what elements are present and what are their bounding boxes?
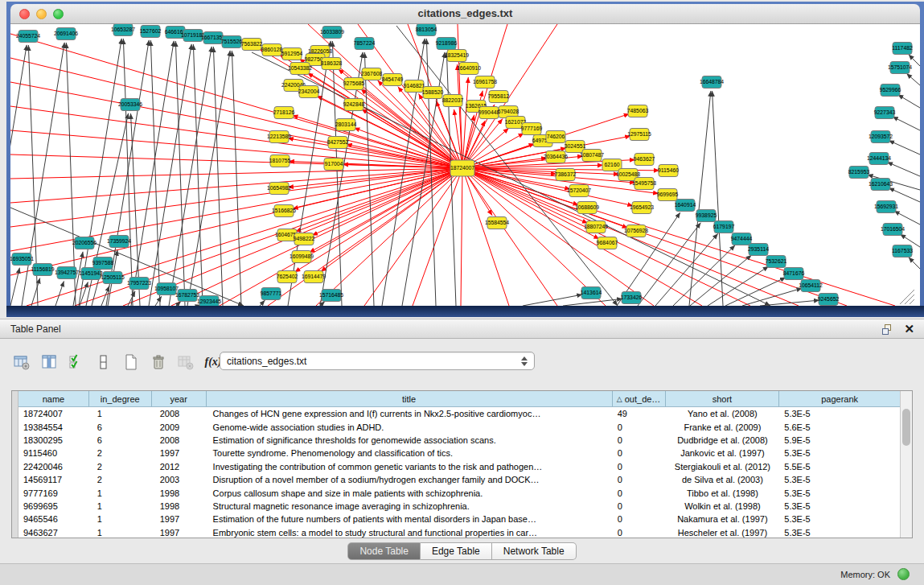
graph-node[interactable]: 10543382: [288, 63, 312, 75]
graph-edge[interactable]: [906, 73, 920, 85]
graph-edge[interactable]: [232, 51, 241, 306]
graph-node[interactable]: 20364436: [544, 151, 568, 163]
graph-node[interactable]: 917004: [324, 159, 343, 171]
table-row[interactable]: 977716911998Corpus callosum shape and si…: [18, 486, 900, 499]
graph-edge[interactable]: [893, 117, 920, 130]
graph-node[interactable]: 1588520: [422, 87, 444, 99]
graph-edge[interactable]: [317, 96, 462, 168]
graph-node[interactable]: 15584554: [485, 217, 509, 229]
graph-node[interactable]: 8186328: [321, 58, 343, 70]
new-column-icon[interactable]: [121, 352, 142, 373]
network-window-titlebar[interactable]: citations_edges.txt: [10, 4, 920, 24]
delete-column-icon[interactable]: [148, 352, 169, 373]
graph-edge[interactable]: [193, 44, 203, 306]
graph-node[interactable]: 9275685: [343, 78, 365, 90]
graph-edge[interactable]: [55, 281, 64, 306]
graph-node[interactable]: 9242848: [343, 99, 365, 111]
graph-node[interactable]: 10688609: [575, 202, 599, 214]
graph-node[interactable]: 7485063: [627, 105, 649, 117]
graph-node[interactable]: 18325419: [445, 50, 469, 62]
graph-edge[interactable]: [175, 41, 185, 306]
graph-edge[interactable]: [252, 52, 770, 306]
graph-edge[interactable]: [689, 91, 711, 306]
show-column-icon[interactable]: [39, 352, 60, 373]
graph-node[interactable]: 11156819: [31, 264, 54, 276]
graph-node[interactable]: 18807249: [584, 221, 608, 233]
graph-node[interactable]: 20053346: [118, 99, 142, 111]
graph-node[interactable]: 9463627: [634, 154, 655, 166]
graph-node[interactable]: 10653287: [111, 24, 135, 36]
graph-node[interactable]: 10654982: [267, 183, 291, 195]
table-selector-dropdown[interactable]: citations_edges.txt: [220, 352, 535, 370]
graph-edge[interactable]: [673, 245, 735, 306]
graph-node[interactable]: 1413614: [581, 287, 602, 299]
graph-edge[interactable]: [887, 162, 920, 176]
graph-node[interactable]: 16914479: [302, 271, 326, 283]
graph-node[interactable]: 6179197: [713, 221, 735, 233]
graph-edge[interactable]: [169, 47, 211, 306]
graph-node[interactable]: 15692931: [874, 201, 898, 213]
graph-node[interactable]: 1117482: [892, 43, 913, 55]
graph-node[interactable]: 9115460: [658, 165, 679, 177]
graph-edge[interactable]: [760, 300, 819, 306]
select-all-icon[interactable]: [66, 352, 87, 373]
graph-node[interactable]: 9938925: [696, 210, 717, 222]
column-header-out_degree[interactable]: △out_de…: [613, 391, 666, 406]
graph-node[interactable]: 10807487: [580, 150, 604, 162]
network-canvas[interactable]: 1872400724055724206914061065328715276026…: [10, 24, 920, 306]
graph-node[interactable]: 2342004: [298, 86, 320, 98]
graph-edge[interactable]: [10, 45, 27, 306]
graph-node[interactable]: 16033809: [320, 27, 344, 39]
graph-node[interactable]: 1733426: [621, 292, 643, 304]
graph-edge[interactable]: [894, 211, 920, 225]
graph-edge[interactable]: [171, 168, 462, 306]
graph-node[interactable]: 8454749: [382, 74, 404, 86]
graph-edge[interactable]: [461, 168, 462, 306]
graph-node[interactable]: 9218986: [436, 38, 458, 50]
table-row[interactable]: 1938455462009Genome-wide association stu…: [18, 420, 900, 433]
graph-node[interactable]: 17359924: [107, 236, 131, 248]
graph-node[interactable]: 2718126: [273, 107, 295, 119]
table-row[interactable]: 2242004622012Investigating the contribut…: [18, 460, 900, 473]
graph-node[interactable]: 15166825: [272, 205, 296, 217]
graph-node[interactable]: 13942757: [55, 267, 79, 279]
graph-node[interactable]: 16640910: [457, 63, 481, 75]
graph-node[interactable]: 10756928: [624, 225, 648, 237]
graph-node[interactable]: 2935114: [748, 244, 769, 256]
graph-edge[interactable]: [10, 82, 462, 168]
graph-node[interactable]: 16210643: [869, 179, 893, 191]
graph-node[interactable]: 9529966: [880, 84, 901, 97]
table-mode-icon[interactable]: [11, 352, 32, 373]
graph-node[interactable]: 8427552: [327, 137, 349, 149]
graph-node[interactable]: 9990448: [478, 107, 500, 119]
graph-node[interactable]: 9860128: [261, 44, 283, 56]
graph-node[interactable]: 5912954: [281, 48, 303, 60]
graph-node[interactable]: 16961758: [473, 76, 497, 89]
graph-node[interactable]: 12444134: [867, 153, 891, 165]
graph-node[interactable]: 8822037: [442, 95, 464, 107]
graph-edge[interactable]: [10, 268, 19, 306]
graph-node[interactable]: 8215953: [848, 167, 870, 179]
graph-node[interactable]: 7386372: [555, 169, 577, 181]
graph-edge[interactable]: [909, 257, 920, 269]
graph-node[interactable]: 7515526: [221, 36, 243, 48]
graph-node[interactable]: 1640914: [675, 200, 696, 212]
graph-node[interactable]: 9777169: [521, 123, 543, 135]
table-row[interactable]: 969969511998Structural magnetic resonanc…: [18, 500, 900, 513]
graph-node[interactable]: 2367608: [361, 68, 383, 80]
graph-edge[interactable]: [66, 43, 76, 306]
graph-edge[interactable]: [889, 188, 920, 202]
graph-node[interactable]: 12923445: [197, 296, 221, 307]
graph-node[interactable]: 7625402: [277, 271, 298, 283]
graph-edge[interactable]: [563, 299, 622, 306]
graph-node[interactable]: 20206556: [72, 237, 97, 249]
graph-node[interactable]: 15716485: [319, 290, 343, 302]
table-row[interactable]: 1872400712008Changes of HCN gene express…: [18, 407, 900, 420]
graph-node[interactable]: 12975115: [627, 129, 651, 141]
graph-node[interactable]: 7532621: [766, 256, 787, 268]
column-header-in_degree[interactable]: in_degree: [89, 391, 152, 406]
graph-node[interactable]: 9474444: [731, 233, 753, 245]
graph-edge[interactable]: [889, 141, 920, 154]
graph-node[interactable]: 8813054: [416, 24, 437, 36]
graph-node[interactable]: 7563822: [241, 39, 263, 51]
